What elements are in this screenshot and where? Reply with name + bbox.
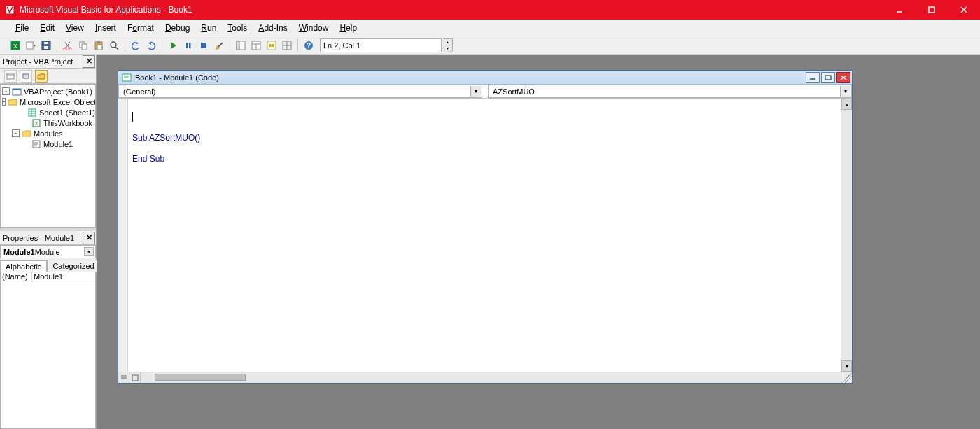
tree-toggle[interactable]: -: [12, 129, 20, 137]
toolbar-separator: [125, 39, 125, 52]
svg-line-21: [115, 47, 118, 50]
code-maximize-button[interactable]: [821, 72, 835, 83]
menu-help[interactable]: Help: [334, 21, 363, 35]
svg-rect-2: [929, 7, 934, 13]
view-object-button[interactable]: [20, 70, 32, 83]
code-line[interactable]: End Sub: [132, 154, 836, 164]
menu-window[interactable]: Window: [293, 21, 335, 35]
maximize-button[interactable]: [916, 0, 948, 20]
code-editor[interactable]: Sub AZSortMUO() End Sub: [128, 99, 841, 372]
code-dropdowns: (General) ▾ AZSortMUO ▾: [118, 85, 852, 99]
properties-window-icon[interactable]: [249, 38, 263, 52]
toolbar-separator: [230, 39, 230, 52]
minimize-button[interactable]: [883, 0, 916, 20]
tree-node[interactable]: -VBAProject (Book1): [1, 86, 95, 97]
code-line[interactable]: Sub AZSortMUO(): [132, 133, 836, 143]
code-line[interactable]: [132, 143, 836, 154]
code-window-title: Book1 - Module1 (Code): [135, 73, 806, 82]
cursor-position-spinner[interactable]: ▴▾: [443, 38, 453, 52]
menu-debug[interactable]: Debug: [160, 21, 195, 35]
break-icon[interactable]: [181, 38, 195, 52]
code-window-titlebar[interactable]: Book1 - Module1 (Code): [118, 71, 852, 85]
properties-close-button[interactable]: ✕: [83, 232, 95, 244]
properties-grid[interactable]: (Name) Module1: [0, 272, 96, 429]
menu-file[interactable]: File: [10, 21, 34, 35]
property-row: (Name) Module1: [1, 272, 95, 283]
menu-addins[interactable]: Add-Ins: [253, 21, 293, 35]
scroll-up-icon[interactable]: ▴: [841, 99, 852, 110]
toolbar-separator: [57, 39, 57, 52]
code-vscrollbar[interactable]: ▴ ▾: [841, 99, 852, 372]
resize-grip[interactable]: [841, 372, 852, 383]
view-code-button[interactable]: [4, 70, 17, 83]
code-hscrollbar[interactable]: [141, 372, 841, 383]
save-icon[interactable]: [39, 38, 53, 52]
code-minimize-button[interactable]: [806, 72, 820, 83]
project-explorer-icon[interactable]: [234, 38, 248, 52]
properties-header[interactable]: Properties - Module1 ✕: [0, 231, 96, 245]
redo-icon[interactable]: [144, 38, 158, 52]
folder-icon: [22, 129, 31, 138]
procedure-view-button[interactable]: [118, 372, 130, 383]
cut-icon[interactable]: [61, 38, 75, 52]
app-title: Microsoft Visual Basic for Applications …: [20, 5, 883, 15]
toolbox-icon[interactable]: [280, 38, 294, 52]
tree-toggle[interactable]: -: [2, 87, 10, 95]
module-icon: [31, 140, 41, 148]
svg-rect-63: [132, 375, 138, 381]
project-tree[interactable]: -VBAProject (Book1)-Microsoft Excel Obje…: [1, 85, 95, 227]
menu-tools[interactable]: Tools: [222, 21, 253, 35]
reset-icon[interactable]: [197, 38, 211, 52]
close-button[interactable]: [948, 0, 980, 20]
object-browser-icon[interactable]: [265, 38, 279, 52]
code-margin[interactable]: [118, 99, 128, 372]
tab-alphabetic[interactable]: Alphabetic: [0, 260, 47, 272]
svg-rect-27: [237, 41, 239, 50]
object-dropdown[interactable]: (General) ▾: [118, 85, 482, 98]
tree-toggle[interactable]: -: [2, 98, 6, 106]
toolbar-separator: [298, 39, 298, 52]
svg-rect-44: [29, 109, 36, 116]
find-icon[interactable]: [107, 38, 121, 52]
undo-icon[interactable]: [129, 38, 143, 52]
insert-dropdown-icon[interactable]: [24, 38, 38, 52]
code-close-button[interactable]: [836, 72, 850, 83]
menu-format[interactable]: Format: [122, 21, 160, 35]
tree-node[interactable]: XThisWorkbook: [1, 118, 95, 128]
properties-title: Properties - Module1: [3, 234, 83, 242]
menu-view[interactable]: View: [60, 21, 90, 35]
design-mode-icon[interactable]: [212, 38, 226, 52]
procedure-dropdown-value: AZSortMUO: [493, 87, 535, 96]
svg-rect-23: [189, 43, 191, 48]
tree-node[interactable]: -Modules: [1, 128, 95, 139]
project-explorer-pane: Project - VBAProject ✕ -VBAProject (Book…: [0, 55, 96, 228]
svg-rect-58: [825, 76, 831, 80]
scroll-down-icon[interactable]: ▾: [841, 360, 852, 372]
paste-icon[interactable]: [92, 38, 106, 52]
code-window: Book1 - Module1 (Code) (General) ▾ AZSor…: [118, 70, 853, 384]
svg-rect-19: [97, 45, 102, 50]
procedure-dropdown[interactable]: AZSortMUO ▾: [488, 85, 852, 98]
menu-run[interactable]: Run: [195, 21, 222, 35]
toolbar: X?Ln 2, Col 1▴▾: [0, 36, 980, 55]
svg-rect-7: [27, 42, 33, 49]
full-module-view-button[interactable]: [130, 372, 141, 383]
tab-categorized[interactable]: Categorized: [47, 260, 99, 272]
copy-icon[interactable]: [76, 38, 90, 52]
run-icon[interactable]: [166, 38, 180, 52]
project-explorer-header[interactable]: Project - VBAProject ✕: [0, 55, 96, 69]
menu-edit[interactable]: Edit: [34, 21, 60, 35]
properties-object-selector[interactable]: Module1 Module ▾: [0, 245, 96, 258]
tree-node[interactable]: Module1: [1, 139, 95, 149]
svg-point-33: [272, 44, 274, 47]
toggle-folders-button[interactable]: [35, 70, 48, 83]
tree-node[interactable]: Sheet1 (Sheet1): [1, 107, 95, 118]
help-icon[interactable]: ?: [302, 38, 316, 52]
tree-node[interactable]: -Microsoft Excel Objects: [1, 97, 95, 107]
project-explorer-close-button[interactable]: ✕: [83, 55, 95, 68]
menu-insert[interactable]: Insert: [90, 21, 122, 35]
tree-node-label: Modules: [34, 129, 63, 138]
project-icon: [12, 87, 22, 96]
view-excel-icon[interactable]: X: [8, 38, 22, 52]
property-value[interactable]: Module1: [32, 272, 95, 283]
